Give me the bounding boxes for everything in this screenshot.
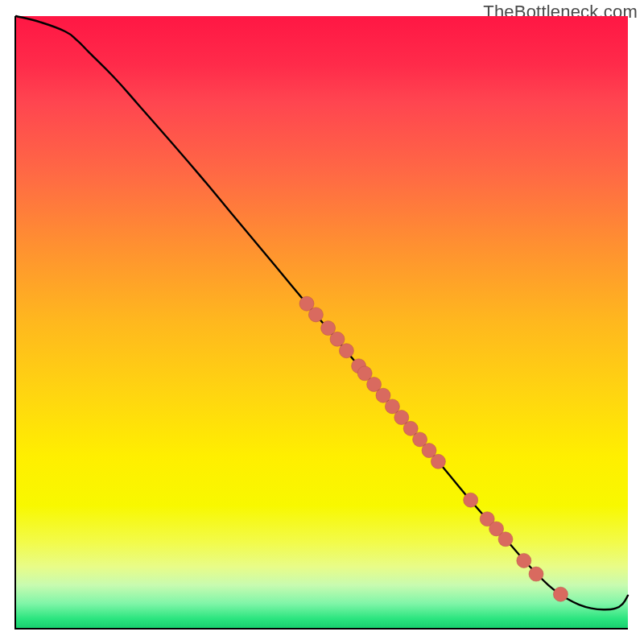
data-marker	[339, 344, 353, 358]
chart-svg	[16, 16, 628, 628]
y-axis	[14, 16, 16, 630]
data-marker	[308, 308, 323, 322]
data-marker	[431, 454, 445, 469]
data-marker	[498, 532, 513, 547]
data-marker	[464, 493, 478, 507]
x-axis	[16, 628, 628, 630]
data-marker	[330, 332, 345, 346]
plot-area	[16, 16, 628, 628]
data-marker	[517, 553, 531, 568]
data-markers	[299, 296, 568, 601]
data-marker	[529, 567, 543, 581]
chart-container: TheBottleneck.com	[0, 0, 644, 644]
data-marker	[553, 587, 568, 601]
